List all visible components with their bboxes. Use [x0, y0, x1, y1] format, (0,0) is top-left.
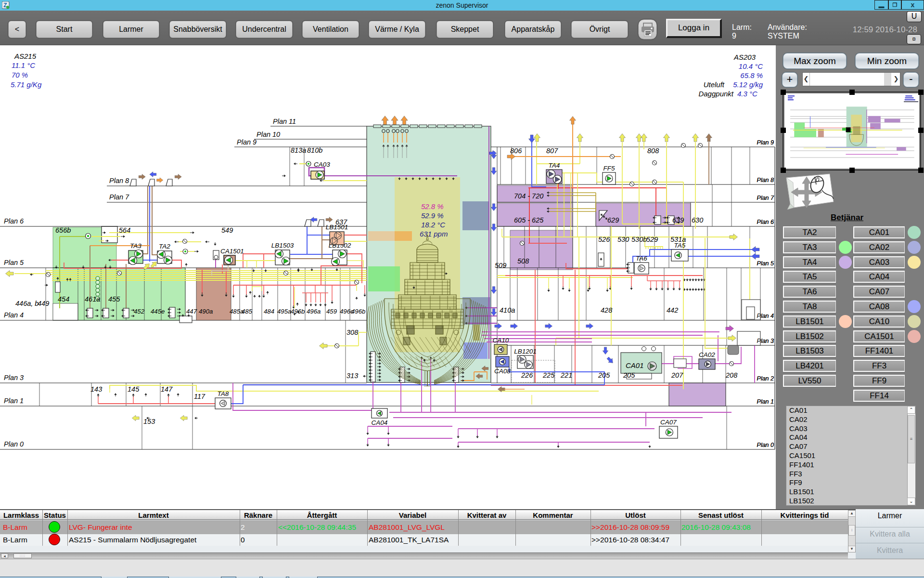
- svg-text:605 - 625: 605 - 625: [514, 216, 544, 224]
- svg-text:454: 454: [58, 295, 69, 303]
- svg-text:153: 153: [143, 418, 155, 425]
- svg-text:145: 145: [128, 385, 140, 393]
- svg-text:CA01: CA01: [626, 361, 644, 369]
- svg-text:117: 117: [194, 393, 205, 400]
- svg-text:529: 529: [646, 236, 658, 243]
- svg-text:704 - 720: 704 - 720: [514, 192, 543, 200]
- svg-text:143: 143: [90, 385, 102, 393]
- svg-text:313: 313: [346, 372, 358, 380]
- svg-text:TA4: TA4: [549, 162, 560, 169]
- svg-text:70 %: 70 %: [12, 71, 28, 79]
- svg-text:Daggpunkt: Daggpunkt: [698, 90, 733, 98]
- svg-text:5.12 g/kg: 5.12 g/kg: [733, 80, 763, 89]
- svg-text:Plan 9: Plan 9: [757, 139, 774, 146]
- svg-text:564: 564: [119, 226, 130, 234]
- svg-text:Plan 3: Plan 3: [757, 338, 774, 344]
- svg-text:Plan 3: Plan 3: [4, 374, 24, 381]
- svg-text:490a: 490a: [199, 308, 213, 315]
- svg-text:656b: 656b: [55, 226, 71, 234]
- svg-text:AS215: AS215: [14, 52, 37, 60]
- svg-text:308: 308: [346, 328, 358, 336]
- svg-text:CA08: CA08: [494, 368, 511, 375]
- svg-text:Plan 5: Plan 5: [757, 260, 774, 267]
- svg-text:449: 449: [38, 300, 49, 307]
- svg-text:TA3: TA3: [130, 242, 141, 250]
- svg-text:CA02: CA02: [699, 351, 715, 358]
- svg-text:Uteluft: Uteluft: [704, 80, 725, 89]
- svg-text:CA1501: CA1501: [220, 248, 244, 255]
- svg-text:530b: 530b: [631, 236, 647, 243]
- svg-text:Plan 2: Plan 2: [757, 375, 774, 382]
- svg-text:Plan 4: Plan 4: [757, 313, 774, 319]
- svg-text:496a: 496a: [307, 308, 321, 315]
- svg-text:Plan 8: Plan 8: [109, 177, 129, 184]
- svg-text:LB1503: LB1503: [271, 242, 294, 249]
- svg-text:Plan 5: Plan 5: [4, 259, 24, 266]
- svg-text:629: 629: [607, 216, 619, 224]
- svg-text:630: 630: [692, 216, 703, 224]
- svg-text:221: 221: [560, 371, 572, 379]
- svg-text:446a, b: 446a, b: [15, 300, 38, 307]
- svg-text:FF5: FF5: [603, 165, 615, 172]
- svg-text:Plan 6: Plan 6: [757, 219, 774, 225]
- svg-text:526: 526: [598, 236, 610, 243]
- svg-text:495a: 495a: [277, 308, 291, 315]
- svg-text:147: 147: [161, 385, 173, 393]
- svg-text:Plan 7: Plan 7: [109, 193, 129, 201]
- svg-text:637: 637: [335, 218, 347, 226]
- svg-text:428: 428: [601, 306, 612, 314]
- svg-text:549: 549: [221, 226, 233, 234]
- svg-text:TA2: TA2: [159, 243, 170, 250]
- svg-text:5.71 g/Kg: 5.71 g/Kg: [11, 80, 42, 89]
- svg-text:225: 225: [542, 371, 555, 379]
- svg-text:CA04: CA04: [372, 419, 388, 426]
- svg-text:484: 484: [264, 308, 274, 315]
- svg-text:485: 485: [242, 308, 253, 315]
- svg-text:459: 459: [326, 308, 337, 315]
- svg-text:18.2 °C: 18.2 °C: [421, 221, 445, 229]
- svg-text:226: 226: [521, 371, 533, 379]
- svg-text:508: 508: [517, 257, 529, 265]
- svg-text:808: 808: [647, 147, 659, 155]
- svg-text:Plan 0: Plan 0: [757, 442, 774, 448]
- svg-text:496b: 496b: [291, 308, 305, 315]
- svg-text:807: 807: [546, 147, 558, 155]
- svg-text:445e: 445e: [151, 308, 165, 315]
- svg-text:Plan 10: Plan 10: [257, 131, 280, 138]
- svg-text:CA03: CA03: [314, 161, 330, 168]
- svg-text:Plan 9: Plan 9: [237, 138, 257, 146]
- svg-text:CA07: CA07: [660, 419, 677, 426]
- svg-text:LB1201: LB1201: [514, 348, 537, 355]
- svg-text:Plan 1: Plan 1: [4, 397, 24, 405]
- svg-text:496b: 496b: [351, 308, 365, 315]
- svg-text:208: 208: [725, 371, 737, 379]
- svg-text:205: 205: [623, 371, 635, 379]
- svg-text:410a: 410a: [500, 306, 515, 314]
- svg-text:447: 447: [186, 308, 197, 315]
- svg-text:530: 530: [617, 236, 629, 243]
- svg-text:10.4 °C: 10.4 °C: [739, 62, 763, 70]
- svg-text:CA10: CA10: [493, 337, 509, 344]
- svg-text:205: 205: [598, 371, 610, 379]
- svg-text:810b: 810b: [307, 146, 322, 154]
- svg-text:631 ppm: 631 ppm: [420, 230, 448, 238]
- svg-text:Plan 7: Plan 7: [757, 195, 774, 201]
- svg-text:52.8 %: 52.8 %: [421, 202, 444, 210]
- svg-text:207: 207: [671, 371, 683, 379]
- svg-text:AS203: AS203: [733, 53, 756, 61]
- svg-text:Plan 1: Plan 1: [757, 398, 774, 405]
- svg-text:442: 442: [667, 306, 678, 314]
- svg-text:11.1 °C: 11.1 °C: [12, 61, 35, 69]
- svg-text:806: 806: [510, 147, 522, 155]
- svg-text:455: 455: [108, 295, 120, 303]
- svg-text:531a: 531a: [670, 236, 686, 243]
- svg-text:452: 452: [134, 308, 145, 315]
- svg-text:Plan 0: Plan 0: [4, 440, 24, 448]
- svg-text:52.9 %: 52.9 %: [421, 211, 444, 220]
- svg-text:Plan 6: Plan 6: [4, 217, 24, 225]
- svg-text:Plan 4: Plan 4: [4, 311, 24, 319]
- svg-text:TA6: TA6: [636, 255, 647, 262]
- svg-text:Plan 11: Plan 11: [273, 118, 296, 125]
- svg-text:639: 639: [672, 216, 684, 224]
- svg-text:TA8: TA8: [218, 390, 229, 397]
